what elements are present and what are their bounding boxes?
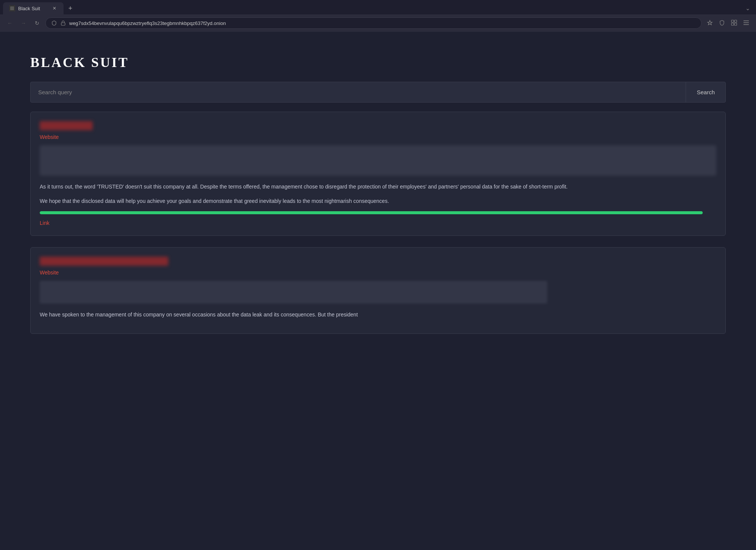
browser-chrome: Black Suit ✕ + ⌄ ← → ↻ <box>0 0 756 32</box>
browser-tab[interactable]: Black Suit ✕ <box>3 2 64 14</box>
menu-button[interactable] <box>741 18 751 28</box>
back-icon: ← <box>7 20 12 26</box>
svg-rect-5 <box>731 23 734 25</box>
svg-rect-6 <box>734 23 737 25</box>
refresh-button[interactable]: ↻ <box>32 18 42 28</box>
company-name-redacted <box>40 121 93 130</box>
bookmark-button[interactable] <box>705 18 715 28</box>
address-text: weg7sdx54bevnvulapqu6bpzwztryeflq3s23teg… <box>69 20 696 26</box>
tab-title: Black Suit <box>18 6 48 11</box>
listing-screenshot-blurred <box>40 145 716 176</box>
website-label-2: Website <box>40 270 716 276</box>
new-tab-button[interactable]: + <box>65 3 76 14</box>
star-icon <box>707 20 713 27</box>
listing-description-3: We have spoken to the management of this… <box>40 310 716 319</box>
company-name-redacted-2 <box>40 257 168 266</box>
tab-end-controls: ⌄ <box>742 3 753 14</box>
tab-close-button[interactable]: ✕ <box>51 5 57 11</box>
address-lock-icon <box>60 20 66 26</box>
address-shield-icon <box>51 20 57 26</box>
svg-rect-3 <box>731 20 734 22</box>
back-button[interactable]: ← <box>5 18 15 28</box>
listing-screenshot-blurred-2 <box>40 281 547 304</box>
svg-rect-4 <box>734 20 737 22</box>
listing-description-1: As it turns out, the word 'TRUSTED' does… <box>40 182 716 192</box>
svg-rect-1 <box>10 6 14 10</box>
company-name-blurred <box>40 121 716 132</box>
website-label: Website <box>40 134 716 140</box>
search-container: Search <box>30 82 726 103</box>
progress-bar-container <box>40 211 716 214</box>
forward-icon: → <box>21 20 26 26</box>
address-bar[interactable]: weg7sdx54bevnvulapqu6bpzwztryeflq3s23teg… <box>45 17 702 29</box>
company-name-blurred-2 <box>40 257 716 267</box>
svg-rect-2 <box>61 23 65 25</box>
listing-description-2: We hope that the disclosed data will hel… <box>40 197 716 206</box>
site-title: BLACK SUIT <box>30 55 726 70</box>
nav-right-icons <box>705 18 751 28</box>
forward-button[interactable]: → <box>18 18 29 28</box>
tab-favicon <box>9 5 15 11</box>
listing-card-2: Website We have spoken to the management… <box>30 247 726 334</box>
progress-bar-fill <box>40 211 703 214</box>
tab-list-button[interactable]: ⌄ <box>742 3 753 14</box>
tab-bar: Black Suit ✕ + ⌄ <box>0 0 756 14</box>
extensions-icon <box>731 20 737 27</box>
refresh-icon: ↻ <box>35 20 39 26</box>
listing-link[interactable]: Link <box>40 220 50 226</box>
search-button[interactable]: Search <box>686 82 725 102</box>
extensions-button[interactable] <box>729 18 739 28</box>
page-content: BLACK SUIT Search Website As it turns ou… <box>0 32 756 550</box>
search-input[interactable] <box>31 82 686 102</box>
menu-icon <box>743 20 749 26</box>
shield-icon <box>719 20 725 27</box>
listing-card: Website As it turns out, the word 'TRUST… <box>30 112 726 236</box>
shield-button[interactable] <box>717 18 727 28</box>
navigation-bar: ← → ↻ weg7sdx54bevnvulapqu6bpzwztryeflq3… <box>0 14 756 32</box>
